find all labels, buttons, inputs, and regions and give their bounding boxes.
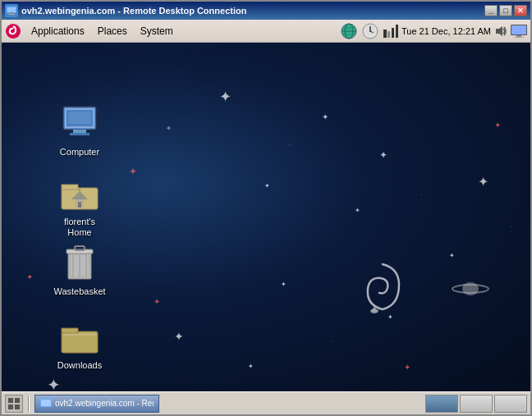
svg-rect-21 [516, 35, 521, 37]
title-bar-icon [5, 4, 18, 17]
svg-rect-15 [388, 31, 390, 38]
svg-rect-52 [15, 405, 20, 409]
svg-rect-37 [78, 202, 81, 208]
star-decoration: ✦ [26, 272, 33, 281]
star-decoration: ✦ [264, 182, 270, 190]
menu-bar: Applications Places System [2, 20, 530, 43]
menu-applications[interactable]: Applications [25, 24, 91, 39]
svg-rect-34 [62, 185, 78, 190]
star-decoration: ✦ [494, 121, 501, 130]
star-decoration: ✦ [478, 174, 488, 190]
maximize-button[interactable]: □ [499, 5, 512, 16]
minimize-button[interactable]: _ [484, 5, 498, 16]
title-bar-text: ovh2.webingenia.com - Remote Desktop Con… [21, 6, 484, 16]
debian-logo-icon [5, 23, 21, 39]
taskbar-start-icon [8, 398, 20, 409]
taskbar-start-button[interactable] [5, 395, 23, 413]
svg-rect-30 [70, 133, 89, 135]
svg-rect-14 [383, 30, 387, 38]
downloads-icon[interactable]: Downloads [47, 313, 112, 375]
debian-swirl-decoration [358, 260, 407, 318]
taskbar-window-button[interactable]: ovh2.webingenia.com - Remote... [34, 395, 159, 413]
menu-places[interactable]: Places [91, 24, 134, 39]
downloads-icon-image [60, 317, 99, 356]
speaker-icon [494, 25, 507, 38]
desktop: ✦ ✦ ✦ ✦ ✦ ✦ ✦ ✦ ✦ ✦ ✦ ✦ ✦ ✦ ✦ ✦ ✦ ✦ · · … [2, 43, 530, 391]
globe-icon [341, 23, 357, 39]
taskbar-window-label: ovh2.webingenia.com - Remote... [55, 399, 154, 408]
taskbar-end-btn-1[interactable] [425, 395, 458, 413]
wastebasket-icon[interactable]: Wastebasket [47, 240, 112, 301]
menu-right: Tue 21 Dec, 12:21 AM [341, 23, 527, 39]
svg-rect-47 [62, 328, 78, 333]
star-decoration: · [129, 223, 131, 231]
svg-rect-17 [396, 25, 398, 38]
svg-rect-51 [8, 405, 13, 409]
taskbar-end-btn-3[interactable] [494, 395, 527, 413]
star-decoration: ✦ [404, 363, 410, 372]
svg-rect-48 [63, 333, 96, 336]
menu-system[interactable]: System [134, 24, 180, 39]
star-decoration: ✦ [355, 207, 360, 214]
saturn-decoration [450, 277, 491, 301]
close-button[interactable]: ✕ [514, 5, 527, 16]
taskbar-end-buttons [425, 395, 527, 413]
svg-rect-50 [15, 398, 20, 403]
star-decoration: ✦ [219, 88, 232, 106]
home-icon[interactable]: florent's Home [47, 170, 112, 242]
menu-items: Applications Places System [25, 24, 341, 39]
svg-rect-45 [75, 246, 85, 250]
title-bar: ovh2.webingenia.com - Remote Desktop Con… [2, 2, 530, 20]
star-decoration: ✦ [281, 281, 287, 288]
window-frame: ovh2.webingenia.com - Remote Desktop Con… [0, 0, 532, 416]
svg-rect-1 [10, 12, 13, 14]
star-decoration: ✦ [379, 149, 388, 161]
network-icon [383, 25, 398, 38]
system-tray: Tue 21 Dec, 12:21 AM [383, 25, 527, 38]
svg-rect-54 [41, 400, 51, 406]
svg-rect-3 [7, 7, 16, 12]
star-decoration: · [420, 190, 422, 198]
svg-rect-29 [73, 130, 86, 133]
star-decoration: ✦ [47, 375, 61, 391]
star-decoration: ✦ [449, 252, 455, 259]
star-decoration: · [289, 141, 291, 149]
star-decoration: ✦ [129, 166, 137, 177]
svg-rect-22 [514, 37, 524, 38]
title-bar-buttons: _ □ ✕ [484, 5, 527, 16]
svg-point-4 [6, 24, 21, 39]
star-decoration: · [330, 338, 332, 345]
svg-rect-16 [392, 28, 394, 38]
computer-icon-label: Computer [57, 146, 102, 158]
star-decoration: ✦ [248, 363, 254, 370]
star-decoration: ✦ [322, 112, 328, 121]
home-icon-label: florent's Home [50, 216, 109, 239]
taskbar-window-icon [40, 399, 52, 409]
star-decoration: · [511, 223, 512, 231]
star-decoration: ✦ [166, 125, 172, 132]
taskbar-separator [28, 395, 30, 412]
home-icon-image [60, 173, 99, 213]
taskbar: ovh2.webingenia.com - Remote... [2, 391, 530, 414]
svg-marker-18 [496, 26, 502, 36]
display-icon [511, 25, 527, 38]
taskbar-end-btn-2[interactable] [460, 395, 493, 413]
clock-display: Tue 21 Dec, 12:21 AM [401, 26, 491, 36]
computer-icon[interactable]: Computer [47, 100, 112, 162]
svg-rect-32 [68, 112, 91, 124]
wastebasket-icon-label: Wastebasket [51, 286, 108, 298]
downloads-icon-label: Downloads [55, 359, 104, 372]
wastebasket-icon-image [60, 243, 99, 282]
clock-icon [362, 23, 378, 39]
svg-rect-2 [8, 14, 15, 15]
svg-rect-20 [511, 25, 526, 34]
computer-icon-image [60, 103, 99, 143]
svg-rect-49 [8, 398, 13, 403]
star-decoration: ✦ [174, 330, 184, 343]
star-decoration: ✦ [154, 297, 160, 306]
